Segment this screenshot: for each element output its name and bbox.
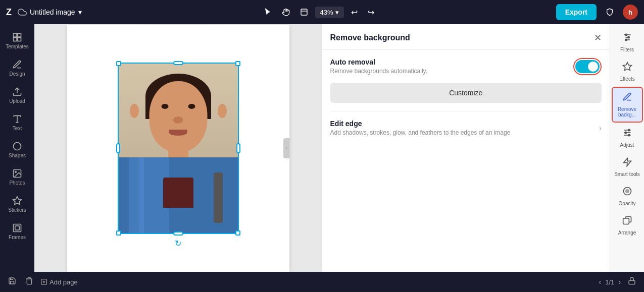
- shapes-icon: [12, 141, 22, 151]
- frames-icon: [12, 223, 22, 233]
- sidebar-item-frames[interactable]: Frames: [3, 219, 32, 244]
- arrange-icon: [622, 215, 632, 228]
- photos-icon: [12, 168, 22, 179]
- sidebar-item-text[interactable]: Text: [3, 110, 32, 135]
- handle-top-center[interactable]: [173, 61, 183, 65]
- next-page-btn[interactable]: ›: [618, 278, 621, 286]
- add-page-label: Add page: [49, 278, 78, 286]
- delete-btn[interactable]: [23, 275, 35, 289]
- handle-bottom-right[interactable]: [235, 230, 240, 236]
- shirt-shape: [163, 178, 193, 208]
- panel-header: Remove background ✕: [322, 24, 610, 50]
- jacket-stripe-2: [129, 157, 144, 233]
- save-btn[interactable]: [6, 275, 18, 289]
- remove-bg-icon: [622, 92, 632, 104]
- svg-rect-14: [15, 226, 19, 230]
- photo-render: [119, 64, 238, 233]
- cloud-icon: [18, 8, 27, 17]
- hand-tool-btn[interactable]: [279, 5, 293, 19]
- right-eye: [188, 104, 195, 109]
- svg-rect-2: [14, 34, 17, 37]
- svg-rect-35: [623, 218, 629, 224]
- svg-rect-4: [14, 38, 17, 41]
- document-title-area[interactable]: Untitled image ▾: [18, 8, 82, 17]
- rotate-handle[interactable]: ↻: [175, 239, 181, 248]
- title-dropdown-icon[interactable]: ▾: [78, 8, 82, 16]
- filters-icon: [622, 32, 632, 45]
- edit-edge-text: Edit edge Add shadows, strokes, glow, an…: [330, 120, 511, 137]
- sidebar-item-templates[interactable]: Templates: [3, 28, 32, 53]
- zoom-control[interactable]: 43% ▾: [315, 7, 344, 18]
- svg-point-25: [625, 39, 626, 40]
- canvas-content[interactable]: •••: [34, 24, 322, 272]
- right-icon-adjust[interactable]: Adjust: [612, 124, 643, 152]
- zoom-value: 43%: [320, 9, 333, 16]
- sidebar-label-shapes: Shapes: [9, 153, 26, 158]
- arrange-label: Arrange: [618, 230, 636, 236]
- svg-rect-13: [14, 224, 21, 232]
- topbar: Z Untitled image ▾ 43% ▾ ↩ ↪ Export h: [0, 0, 644, 24]
- right-icons-panel: Filters Effects Remove backg... Adjust S…: [610, 24, 644, 272]
- toggle-knob: [588, 62, 598, 72]
- add-page-btn[interactable]: Add page: [40, 278, 78, 286]
- adjust-icon: [622, 128, 632, 140]
- auto-removal-toggle[interactable]: [575, 60, 600, 73]
- svg-point-23: [625, 34, 626, 35]
- toggle-wrapper[interactable]: [573, 58, 602, 75]
- svg-point-11: [15, 171, 16, 173]
- undo-btn[interactable]: ↩: [348, 5, 361, 20]
- canvas-view-btn[interactable]: [297, 5, 311, 19]
- image-selection[interactable]: ↻: [118, 63, 239, 234]
- svg-marker-12: [13, 197, 22, 205]
- sidebar-item-design[interactable]: Design: [3, 55, 32, 81]
- sidebar-item-photos[interactable]: Photos: [3, 164, 32, 190]
- filters-label: Filters: [620, 47, 634, 52]
- svg-rect-3: [18, 34, 21, 37]
- handle-middle-right[interactable]: [236, 143, 240, 153]
- right-ear: [218, 104, 227, 118]
- page-nav: ‹ 1/1 ›: [599, 278, 621, 286]
- pointer-tool-btn[interactable]: [261, 5, 275, 19]
- mouth-shape: [169, 130, 187, 136]
- svg-marker-26: [623, 63, 631, 71]
- auto-removal-section: Auto removal Remove backgrounds automati…: [322, 50, 610, 111]
- right-icon-opacity[interactable]: Opacity: [612, 182, 643, 210]
- prev-page-btn[interactable]: ‹: [599, 278, 602, 286]
- handle-bottom-center[interactable]: [173, 231, 183, 236]
- auto-removal-title: Auto removal: [330, 58, 428, 66]
- effects-icon: [622, 62, 632, 74]
- auto-removal-desc: Remove backgrounds automatically.: [330, 67, 428, 76]
- sidebar-label-design: Design: [9, 71, 25, 77]
- handle-bottom-left[interactable]: [116, 230, 121, 236]
- text-icon: [12, 114, 22, 124]
- edit-edge-section[interactable]: Edit edge Add shadows, strokes, glow, an…: [322, 111, 610, 145]
- canvas-collapse-tab[interactable]: ‹: [283, 138, 289, 158]
- right-icon-arrange[interactable]: Arrange: [612, 211, 643, 240]
- chevron-right-icon: ›: [599, 124, 602, 132]
- svg-rect-5: [18, 38, 21, 41]
- panel-close-btn[interactable]: ✕: [594, 32, 602, 43]
- bottom-bar: Add page ‹ 1/1 ›: [0, 272, 644, 292]
- app-logo: Z: [6, 7, 12, 18]
- right-icon-remove-bg[interactable]: Remove backg...: [612, 87, 643, 123]
- right-icon-smart-tools[interactable]: Smart tools: [612, 153, 643, 181]
- avatar[interactable]: h: [623, 5, 638, 20]
- right-icon-effects[interactable]: Effects: [612, 57, 643, 86]
- effects-label: Effects: [619, 76, 634, 82]
- handle-middle-left[interactable]: [116, 143, 120, 153]
- sidebar-item-upload[interactable]: Upload: [3, 83, 32, 108]
- shield-btn[interactable]: [603, 5, 617, 19]
- redo-btn[interactable]: ↪: [365, 5, 377, 20]
- export-button[interactable]: Export: [556, 4, 597, 20]
- edit-edge-desc: Add shadows, strokes, glow, and feathers…: [330, 129, 511, 137]
- svg-rect-39: [629, 280, 635, 284]
- handle-top-left[interactable]: [116, 61, 121, 66]
- left-ear: [130, 104, 139, 118]
- right-icon-filters[interactable]: Filters: [612, 28, 643, 56]
- lock-btn[interactable]: [626, 275, 638, 289]
- sidebar-item-shapes[interactable]: Shapes: [3, 137, 32, 162]
- auto-removal-text: Auto removal Remove backgrounds automati…: [330, 58, 428, 76]
- customize-button[interactable]: Customize: [330, 83, 602, 103]
- handle-top-right[interactable]: [235, 61, 240, 66]
- sidebar-item-stickers[interactable]: Stickers: [3, 192, 32, 217]
